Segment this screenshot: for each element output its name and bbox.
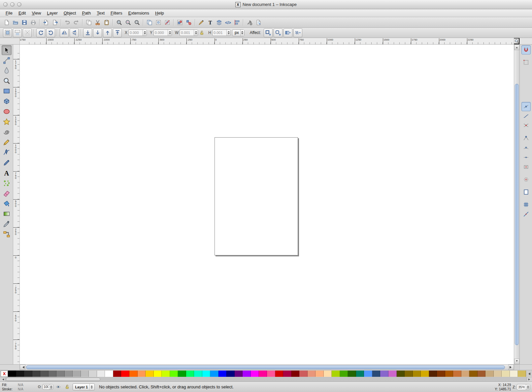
color-swatch[interactable] (340, 371, 348, 377)
palette-scroll-left-button[interactable] (0, 377, 5, 381)
color-swatch[interactable] (129, 371, 138, 377)
menu-file[interactable]: File (3, 10, 16, 16)
zoom-button[interactable] (2, 76, 12, 86)
color-swatch[interactable] (469, 371, 478, 377)
lower-button[interactable] (93, 28, 102, 37)
sticky-zoom-button[interactable] (514, 38, 519, 44)
preferences-button[interactable] (245, 18, 254, 27)
menu-view[interactable]: View (29, 10, 44, 16)
spray-button[interactable] (2, 178, 12, 188)
snap-grid-button[interactable] (521, 200, 531, 209)
color-swatch[interactable] (364, 371, 372, 377)
horizontal-scroll-thumb[interactable] (26, 365, 505, 369)
color-swatch[interactable] (453, 371, 461, 377)
rectangle-button[interactable] (2, 86, 12, 96)
menu-path[interactable]: Path (79, 10, 94, 16)
horizontal-ruler[interactable]: -1750-1500-1250-1000-750-500-25002505007… (20, 38, 514, 44)
align-distribute-button[interactable] (232, 18, 241, 27)
canvas[interactable] (20, 45, 514, 364)
text-button[interactable]: A (2, 168, 12, 178)
color-swatch[interactable] (194, 371, 202, 377)
bucket-fill-button[interactable] (2, 199, 12, 209)
zoom-stepper[interactable] (526, 384, 530, 390)
layer-selector[interactable]: Layer 1 (73, 383, 95, 390)
color-swatch[interactable] (162, 371, 170, 377)
h-stepper[interactable] (226, 30, 230, 36)
color-swatch[interactable] (56, 371, 65, 377)
color-swatch[interactable] (348, 371, 356, 377)
color-swatch[interactable] (97, 371, 105, 377)
layer-stepper[interactable] (89, 384, 93, 390)
color-swatch[interactable] (16, 371, 24, 377)
connector-button[interactable] (2, 229, 12, 239)
eraser-button[interactable] (2, 188, 12, 198)
color-swatch[interactable] (308, 371, 316, 377)
bezier-button[interactable] (2, 147, 12, 157)
calligraphy-button[interactable] (2, 158, 12, 168)
color-swatch[interactable] (356, 371, 364, 377)
y-stepper[interactable] (168, 30, 172, 36)
snap-cusp-nodes-button[interactable] (521, 134, 531, 143)
color-swatch[interactable] (40, 371, 49, 377)
vertical-scroll-track[interactable] (514, 50, 519, 359)
color-swatch[interactable] (437, 371, 445, 377)
color-swatch[interactable] (316, 371, 324, 377)
w-stepper[interactable] (194, 30, 198, 36)
snap-smooth-nodes-button[interactable] (521, 143, 531, 152)
menu-layer[interactable]: Layer (44, 10, 61, 16)
snap-nodes-button[interactable] (521, 102, 531, 111)
no-color-swatch[interactable]: X (1, 371, 8, 377)
scroll-left-button[interactable] (20, 365, 25, 370)
color-swatch[interactable] (113, 371, 121, 377)
color-swatch[interactable] (24, 371, 32, 377)
xml-editor-button[interactable]: </> (223, 18, 232, 27)
color-swatch[interactable] (8, 371, 16, 377)
color-swatch[interactable] (121, 371, 129, 377)
print-document-button[interactable] (29, 18, 38, 27)
menu-object[interactable]: Object (61, 10, 79, 16)
document-properties-button[interactable] (254, 18, 263, 27)
unlink-clone-button[interactable] (163, 18, 172, 27)
snap-bbox-button[interactable] (521, 58, 531, 67)
palette-scroll-track[interactable] (5, 377, 527, 381)
rotate-cw-button[interactable] (46, 28, 55, 37)
select-all-layers-button[interactable] (13, 28, 22, 37)
color-swatch[interactable] (267, 371, 275, 377)
color-swatch[interactable] (81, 371, 89, 377)
palette-scroll-right-button[interactable] (527, 377, 532, 381)
vertical-scroll-thumb[interactable] (515, 84, 519, 345)
node-editor-button[interactable] (2, 55, 12, 65)
color-swatch[interactable] (251, 371, 259, 377)
color-swatch[interactable] (49, 371, 57, 377)
menu-text[interactable]: Text (94, 10, 108, 16)
snap-page-border-button[interactable] (521, 187, 531, 197)
close-button[interactable] (3, 2, 8, 7)
color-swatch[interactable] (510, 371, 518, 377)
color-swatch[interactable] (146, 371, 154, 377)
move-gradients-button[interactable] (283, 28, 292, 37)
tweak-button[interactable] (2, 66, 12, 76)
color-swatch[interactable] (243, 371, 251, 377)
opacity-field[interactable] (43, 385, 50, 389)
clone-button[interactable] (154, 18, 163, 27)
color-swatch[interactable] (154, 371, 162, 377)
color-swatch[interactable] (73, 371, 81, 377)
color-swatch[interactable] (421, 371, 429, 377)
menu-extensions[interactable]: Extensions (125, 10, 152, 16)
text-font-dialog-button[interactable]: T (206, 18, 215, 27)
ellipse-button[interactable] (2, 107, 12, 116)
star-button[interactable] (2, 117, 12, 127)
color-swatch[interactable] (65, 371, 73, 377)
color-swatch[interactable] (518, 371, 526, 377)
raise-to-top-button[interactable] (113, 28, 122, 37)
color-swatch[interactable] (275, 371, 283, 377)
copy-button[interactable] (84, 18, 93, 27)
color-swatch[interactable] (235, 371, 243, 377)
unit-stepper[interactable] (240, 30, 244, 36)
lock-ratio-button[interactable] (198, 29, 205, 36)
menu-edit[interactable]: Edit (16, 10, 29, 16)
flip-vertical-button[interactable] (70, 28, 79, 37)
color-swatch[interactable] (89, 371, 97, 377)
vertical-scrollbar[interactable] (514, 45, 519, 364)
snap-paths-button[interactable] (521, 112, 531, 121)
